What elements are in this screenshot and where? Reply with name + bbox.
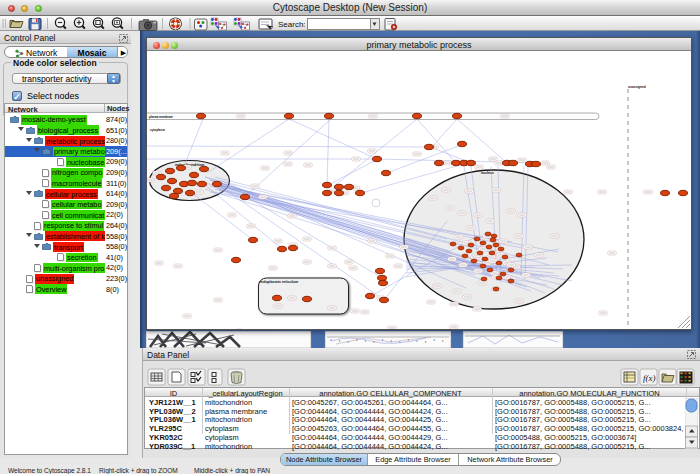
svg-text:cytoplasm: cytoplasm <box>150 128 165 132</box>
svg-text:plasma membrane: plasma membrane <box>149 115 173 119</box>
svg-text:Search:: Search: <box>278 20 306 29</box>
svg-text:f(x): f(x) <box>643 373 656 383</box>
svg-text:nucleus: nucleus <box>481 171 494 175</box>
svg-text:endoplasmic reticulum: endoplasmic reticulum <box>259 280 298 284</box>
svg-text:unassigned: unassigned <box>628 85 646 89</box>
